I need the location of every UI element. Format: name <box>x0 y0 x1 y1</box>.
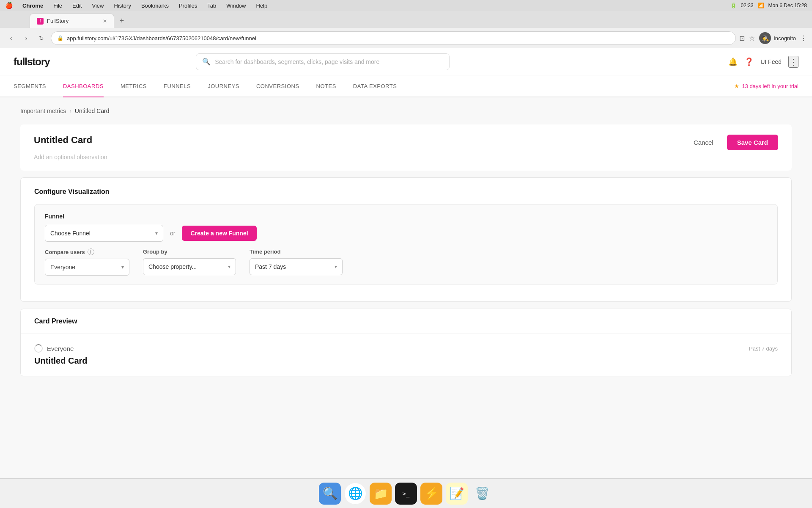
preview-title: Card Preview <box>34 318 778 325</box>
breadcrumb-current: Untitled Card <box>75 108 110 114</box>
view-menu[interactable]: View <box>88 3 108 9</box>
refresh-button[interactable]: ↻ <box>36 32 47 44</box>
group-chevron-icon: ▾ <box>228 264 230 270</box>
wifi-icon: 📶 <box>758 3 764 8</box>
compare-label: Compare users i <box>45 248 129 255</box>
funnel-section: Funnel Choose Funnel ▾ or Create a new F… <box>34 204 778 284</box>
breadcrumb-separator: › <box>69 108 71 114</box>
incognito-label: Incognito <box>774 35 796 41</box>
url-text: app.fullstory.com/ui/173GXJ/dashboards/6… <box>67 35 256 41</box>
address-bar-row: ‹ › ↻ 🔒 app.fullstory.com/ui/173GXJ/dash… <box>0 28 812 48</box>
nav-funnels[interactable]: FUNNELS <box>164 75 191 97</box>
browser-tab-fullstory[interactable]: f FullStory ✕ <box>30 14 114 28</box>
battery-icon: 🔋 <box>730 3 737 8</box>
cast-icon[interactable]: ⊡ <box>739 34 745 42</box>
compare-info-icon[interactable]: i <box>88 248 94 255</box>
breadcrumb-parent-link[interactable]: Important metrics <box>20 108 66 114</box>
nav-dashboards[interactable]: DASHBOARDS <box>63 75 104 97</box>
page-content: Important metrics › Untitled Card Cancel… <box>0 97 812 478</box>
create-funnel-button[interactable]: Create a new Funnel <box>182 226 256 241</box>
nav-notes[interactable]: NOTES <box>316 75 336 97</box>
time-value: Past 7 days <box>255 263 286 270</box>
time-period-group: Time period Past 7 days ▾ <box>250 248 343 276</box>
main-nav: SEGMENTS DASHBOARDS METRICS FUNNELS JOUR… <box>0 75 812 97</box>
compare-value: Everyone <box>50 264 75 271</box>
search-bar[interactable]: 🔍 Search for dashboards, segments, click… <box>196 53 450 70</box>
header-actions: 🔔 ❓ UI Feed ⋮ <box>728 56 798 68</box>
nav-metrics[interactable]: METRICS <box>121 75 147 97</box>
card-preview-section: Card Preview Everyone Past 7 days Untitl… <box>20 309 792 376</box>
tab-close-button[interactable]: ✕ <box>103 18 107 24</box>
tab-bar: f FullStory ✕ + <box>0 11 812 28</box>
lock-icon: 🔒 <box>57 35 63 41</box>
star-icon[interactable]: ☆ <box>749 34 755 42</box>
address-bar[interactable]: 🔒 app.fullstory.com/ui/173GXJ/dashboards… <box>51 31 736 45</box>
cancel-button[interactable]: Cancel <box>687 135 720 149</box>
new-tab-button[interactable]: + <box>116 15 128 27</box>
notifications-button[interactable]: 🔔 <box>728 57 738 66</box>
dock-chrome[interactable]: 🌐 <box>344 483 366 505</box>
forward-button[interactable]: › <box>20 32 32 44</box>
dock-finder[interactable]: 🔍 <box>319 483 341 505</box>
preview-header: Card Preview <box>21 309 791 334</box>
help-button[interactable]: ❓ <box>744 57 754 66</box>
funnel-label: Funnel <box>45 213 767 220</box>
group-value: Choose property... <box>148 263 197 270</box>
more-options-button[interactable]: ⋮ <box>788 56 798 68</box>
configure-visualization-section: Configure Visualization Funnel Choose Fu… <box>20 177 792 302</box>
more-icon[interactable]: ⋮ <box>800 34 807 42</box>
dock-notes[interactable]: 📝 <box>446 483 468 505</box>
file-menu[interactable]: File <box>49 3 66 9</box>
search-icon: 🔍 <box>202 58 211 66</box>
incognito-avatar: 🕵 <box>759 32 771 44</box>
window-menu[interactable]: Window <box>222 3 250 9</box>
preview-time-label: Past 7 days <box>749 345 778 352</box>
loading-spinner <box>34 344 43 353</box>
bookmarks-menu[interactable]: Bookmarks <box>137 3 173 9</box>
preview-card: Everyone Past 7 days Untitled Card <box>21 334 791 376</box>
incognito-badge: 🕵 Incognito <box>759 32 796 44</box>
dock-script-editor[interactable]: ⚡ <box>420 483 442 505</box>
app-name-menu[interactable]: Chrome <box>18 3 47 9</box>
funnel-select-dropdown[interactable]: Choose Funnel ▾ <box>45 225 163 242</box>
compare-chevron-icon: ▾ <box>121 264 124 270</box>
system-menubar: 🍎 Chrome File Edit View History Bookmark… <box>0 0 812 11</box>
group-select-dropdown[interactable]: Choose property... ▾ <box>143 258 236 275</box>
card-title-input[interactable] <box>34 135 687 146</box>
profiles-menu[interactable]: Profiles <box>175 3 201 9</box>
group-by-group: Group by Choose property... ▾ <box>143 248 236 276</box>
back-button[interactable]: ‹ <box>5 32 17 44</box>
nav-data-exports[interactable]: DATA EXPORTS <box>353 75 397 97</box>
tab-favicon: f <box>37 18 44 25</box>
card-title-row: Cancel Save Card <box>34 135 778 150</box>
nav-conversions[interactable]: CONVERSIONS <box>256 75 299 97</box>
apple-menu[interactable]: 🍎 <box>5 2 13 9</box>
dock-folder[interactable]: 📁 <box>370 483 392 505</box>
nav-journeys[interactable]: JOURNEYS <box>208 75 239 97</box>
edit-menu[interactable]: Edit <box>68 3 86 9</box>
time-label: Time period <box>250 248 343 255</box>
help-menu[interactable]: Help <box>252 3 272 9</box>
tab-menu[interactable]: Tab <box>203 3 220 9</box>
compare-select-dropdown[interactable]: Everyone ▾ <box>45 259 129 276</box>
time-select-dropdown[interactable]: Past 7 days ▾ <box>250 258 343 275</box>
dock-terminal[interactable]: >_ <box>395 483 417 505</box>
ui-feed-label: UI Feed <box>760 58 782 65</box>
logo-text: fullstory <box>14 56 50 67</box>
time-chevron-icon: ▾ <box>335 264 337 270</box>
save-card-button[interactable]: Save Card <box>727 135 778 150</box>
observation-input[interactable]: Add an optional observation <box>34 154 778 160</box>
breadcrumb: Important metrics › Untitled Card <box>20 108 792 114</box>
history-menu[interactable]: History <box>110 3 135 9</box>
funnel-chevron-icon: ▾ <box>155 230 158 236</box>
preview-everyone-label: Everyone <box>47 345 74 352</box>
trial-label: 13 days left in your trial <box>742 83 798 89</box>
nav-segments[interactable]: SEGMENTS <box>14 75 46 97</box>
compare-users-group: Compare users i Everyone ▾ <box>45 248 129 276</box>
ui-feed-button[interactable]: UI Feed <box>760 58 782 65</box>
app-logo: fullstory <box>14 56 50 68</box>
system-menu-right: 🔋 02:33 📶 Mon 6 Dec 15:28 <box>730 3 807 8</box>
dock-trash[interactable]: 🗑️ <box>471 483 493 505</box>
preview-card-title: Untitled Card <box>34 356 778 366</box>
funnel-or-text: or <box>170 230 175 237</box>
